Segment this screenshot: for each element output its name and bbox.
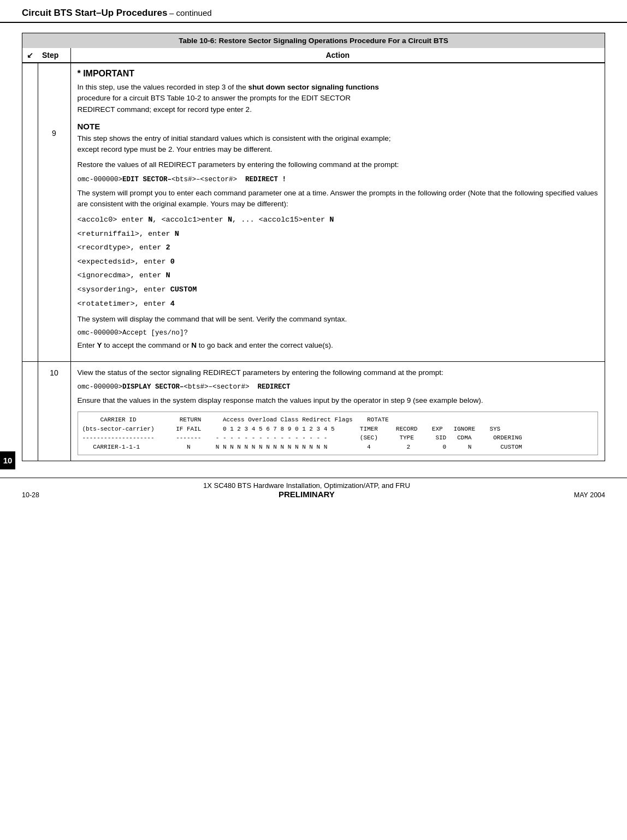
param-line-6: <rotatetimer>, enter 4	[78, 298, 599, 310]
cmd1-mid: <bts#>–<sector#>	[171, 176, 237, 183]
page-side-number: 10	[0, 451, 15, 469]
procedure-table: Table 10-6: Restore Sector Signaling Ope…	[22, 33, 605, 461]
table-caption-row: Table 10-6: Restore Sector Signaling Ope…	[22, 33, 605, 49]
param-line-1: <returniffail>, enter N	[78, 228, 599, 240]
param-line-5: <sysordering>, enter CUSTOM	[78, 284, 599, 296]
disp-mid: <bts#>–<sector#>	[184, 383, 250, 391]
step10-chevron	[22, 361, 38, 461]
footer-sub-text: PRELIMINARY	[203, 490, 410, 499]
param-line-4: <ignorecdma>, enter N	[78, 270, 599, 282]
step-9-row: 9 * IMPORTANT In this step, use the valu…	[22, 63, 605, 361]
footer-center: 1X SC480 BTS Hardware Installation, Opti…	[203, 481, 410, 499]
data-table-block: CARRIER ID RETURN Access Overload Class …	[78, 412, 599, 455]
param-line-2: <recordtype>, enter 2	[78, 242, 599, 254]
step-10-row: 10 View the status of the sector signali…	[22, 361, 605, 461]
command2: omc-000000>Accept [yes/no]?	[78, 329, 599, 337]
ensure-text: Ensure that the values in the system dis…	[78, 395, 599, 406]
cmd1-prefix: omc-000000>	[78, 176, 123, 183]
disp-suffix: REDIRECT	[250, 383, 291, 391]
header-step: Step	[38, 48, 70, 63]
page-footer: 10-28 1X SC480 BTS Hardware Installation…	[0, 478, 627, 502]
disp-bold: DISPLAY SECTOR–	[122, 383, 184, 391]
prompt-intro: The system will prompt you to enter each…	[78, 188, 599, 210]
footer-page-left: 10-28	[22, 491, 39, 499]
step9-chevron	[22, 63, 38, 361]
cmd1-bold: EDIT SECTOR–	[122, 176, 171, 183]
note-title: NOTE	[78, 122, 599, 131]
header-action: Action	[70, 48, 605, 63]
note-text: This step shows the entry of initial sta…	[78, 133, 599, 156]
command1: omc-000000>EDIT SECTOR–<bts#>–<sector#> …	[78, 175, 599, 183]
table-header-row: ↙ Step Action	[22, 48, 605, 63]
enter-y-text: Enter Y to accept the command or N to go…	[78, 340, 599, 351]
restore-text: Restore the values of all REDIRECT param…	[78, 159, 599, 170]
important-text: In this step, use the values recorded in…	[78, 82, 599, 115]
footer-date: MAY 2004	[574, 491, 605, 499]
main-content: Table 10-6: Restore Sector Signaling Ope…	[0, 23, 627, 467]
param-line-3: <expectedsid>, enter 0	[78, 256, 599, 268]
step9-action: * IMPORTANT In this step, use the values…	[70, 63, 605, 361]
view-text: View the status of the sector signaling …	[78, 367, 599, 378]
page-header: Circuit BTS Start–Up Procedures – contin…	[0, 0, 627, 23]
disp-prefix: omc-000000>	[78, 383, 123, 391]
table-caption: Table 10-6: Restore Sector Signaling Ope…	[22, 33, 605, 49]
step10-action: View the status of the sector signaling …	[70, 361, 605, 461]
header-chevron: ↙	[22, 48, 38, 63]
param-line-0: <accolc0> enter N, <accolc1>enter N, ...…	[78, 214, 599, 226]
display-command: omc-000000>DISPLAY SECTOR–<bts#>–<sector…	[78, 383, 599, 391]
step10-number: 10	[38, 361, 70, 461]
verify-text: The system will display the command that…	[78, 314, 599, 325]
step9-number: 9	[38, 63, 70, 361]
important-title: * IMPORTANT	[78, 69, 599, 79]
footer-main-text: 1X SC480 BTS Hardware Installation, Opti…	[203, 481, 410, 490]
page-wrapper: Circuit BTS Start–Up Procedures – contin…	[0, 0, 627, 502]
page-header-title: Circuit BTS Start–Up Procedures – contin…	[22, 8, 212, 19]
cmd1-suffix: REDIRECT !	[237, 176, 286, 183]
